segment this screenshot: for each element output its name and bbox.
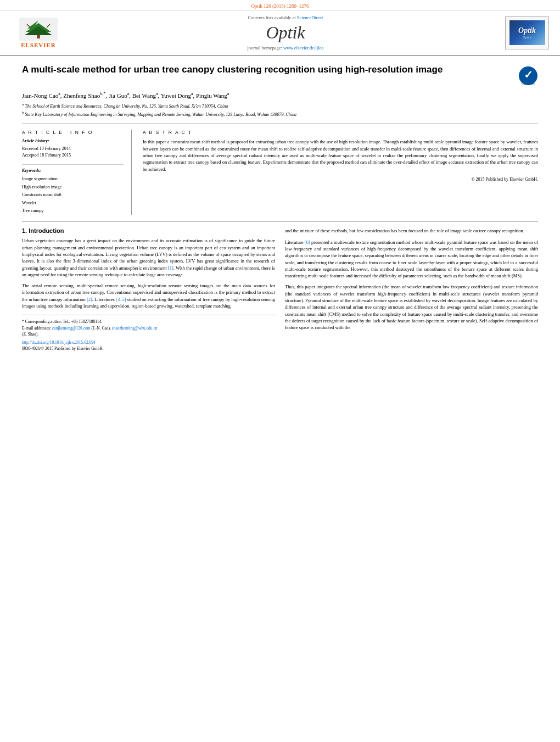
main-left-col: 1. Introduction Urban vegetation coverag… [22,227,275,352]
homepage-label: journal homepage: [247,45,282,51]
keyword-5: Tree canopy [22,207,124,215]
citation-bar: Optik 126 (2015) 1269–1276 [0,0,560,10]
copyright-line: © 2015 Published by Elsevier GmbH. [143,177,538,182]
elsevier-text: ELSEVIER [21,42,56,48]
article-body: A multi-scale method for urban tree cano… [0,56,560,360]
ref-3-5-link[interactable]: [3–5] [116,297,126,302]
ref-1-link[interactable]: [1] [168,265,173,271]
page: Optik 126 (2015) 1269–1276 ELSEVIER [0,0,560,742]
article-title: A multi-scale method for urban tree cano… [22,64,513,76]
affiliations: a The School of Earth Science and Resour… [22,102,538,118]
author-3-sup: a [127,91,130,96]
author-2: Zhenfeng Shao [63,92,100,99]
footer-doi-line: http://dx.doi.org/10.1016/j.ijleo.2015.0… [22,339,275,345]
homepage-link[interactable]: www.elsevier.de/ijleo [283,45,324,51]
title-section: A multi-scale method for urban tree cano… [22,64,538,86]
intro-para-1: Urban vegetation coverage has a great im… [22,237,275,278]
affiliation-a: a The School of Earth Science and Resour… [22,102,538,109]
author-1-sup: a [58,91,60,96]
footer-notes: * Corresponding author. Tel.: +86 158271… [22,315,275,352]
author-4: Bei Wang [132,92,156,99]
keywords-section: Keywords: Image segmentation High-resolu… [22,164,124,215]
keyword-4: Wavelet [22,199,124,207]
author-6: Pinglu Wang [196,92,227,99]
journal-center: Contents lists available at ScienceDirec… [66,15,505,51]
author-3: Jia Guo [109,92,127,99]
citation-text: Optik 126 (2015) 1269–1276 [251,3,309,9]
right-para-2: Literature [6] presented a multi-scale t… [285,239,538,280]
keyword-3: Constraints mean shift [22,191,124,199]
email-cao-name: (J.-N. Cao), [91,326,111,331]
main-divider [22,221,538,222]
optik-logo-icon: Optik Optics [509,20,545,45]
affil-a-sup: a [22,102,24,106]
footer-shao-name: (Z. Shao). [22,331,275,337]
abstract-col: A B S T R A C T In this paper a constrai… [143,130,538,215]
elsevier-logo: ELSEVIER [11,16,66,49]
footer-emails: E-mail addresses: canjiannong@126.com (J… [22,325,275,331]
svg-text:CrossMark: CrossMark [522,82,535,85]
author-4-sup: a [156,91,158,96]
author-6-sup: a [227,91,229,96]
right-para-3: Thus, this paper integrates the spectral… [285,283,538,331]
main-right-col: and the mixture of these methods, but fe… [285,227,538,352]
affiliation-b: b State Key Laboratory of Information En… [22,110,538,118]
article-history-label: Article history: [22,138,124,143]
doi-link[interactable]: http://dx.doi.org/10.1016/j.ijleo.2015.0… [22,340,96,345]
abstract-section-label: A B S T R A C T [143,130,538,135]
contents-label: Contents lists available at [248,15,296,20]
homepage-line: journal homepage: www.elsevier.de/ijleo [66,45,505,51]
footer-issn-line: 0030-4026/© 2015 Published by Elsevier G… [22,345,275,352]
affil-b-sup: b [22,110,24,114]
svg-text:✓: ✓ [524,69,533,81]
optik-logo-subtext: Optics [518,36,536,39]
article-info-col: A R T I C L E I N F O Article history: R… [22,130,132,215]
affil-a-text: The School of Earth Science and Resource… [25,103,228,108]
authors-line: Jian-Nong Caoa, Zhenfeng Shaob,*, Jia Gu… [22,91,538,99]
keywords-label: Keywords: [22,168,124,173]
author-5: Yuwei Dong [161,92,191,99]
journal-name: Optik [66,23,505,43]
ref-2-link[interactable]: [2] [87,297,92,302]
footer-corresponding: * Corresponding author. Tel.: +86 158271… [22,319,275,325]
author-5-sup: a [191,91,193,96]
email-label: E-mail addresses: [22,326,52,331]
elsevier-tree-icon [19,18,58,41]
keyword-1: Image segmentation [22,175,124,183]
abstract-text: In this paper a constraint mean shift me… [143,138,538,172]
optik-logo-text: Optik [518,26,536,35]
journal-header: ELSEVIER Contents lists available at Sci… [0,10,560,56]
author-1: Jian-Nong Cao [22,92,58,99]
sciencedirect-link[interactable]: ScienceDirect [297,15,323,20]
main-content: 1. Introduction Urban vegetation coverag… [22,227,538,352]
received-date: Received 10 February 2014 [22,146,124,152]
optik-logo-box: Optik Optics [505,16,549,49]
keywords-list: Image segmentation High-resolution image… [22,175,124,215]
intro-heading: 1. Introduction [22,227,275,234]
affil-b-text: State Key Laboratory of Information Engi… [25,111,296,116]
author-2-sup: b,* [100,91,105,96]
info-abstract-section: A R T I C L E I N F O Article history: R… [22,124,538,215]
accepted-date: Accepted 18 February 2015 [22,152,124,159]
intro-para-2: The aerial remote sensing, multi-spectra… [22,282,275,309]
ref-6-link[interactable]: [6] [305,239,310,245]
email-shao-link[interactable]: shaozhenfeng@whu.edu.cn [112,326,158,331]
article-info-section-label: A R T I C L E I N F O [22,130,124,135]
email-cao-link[interactable]: canjiannong@126.com [52,326,91,331]
crossmark-icon: ✓ CrossMark [518,66,538,86]
right-para-1: and the mixture of these methods, but fe… [285,227,538,234]
keyword-2: High-resolution image [22,183,124,191]
contents-line: Contents lists available at ScienceDirec… [66,15,505,20]
